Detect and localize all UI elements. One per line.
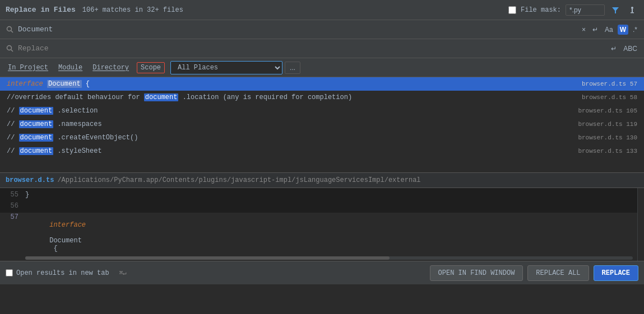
- replace-row: ↵ ABC: [0, 39, 644, 58]
- table-row[interactable]: // document .selection browser.d.ts 105: [0, 104, 644, 118]
- top-bar: Replace in Files 106+ matches in 32+ fil…: [0, 0, 644, 20]
- filepath-filename: browser.d.ts: [6, 176, 54, 184]
- scope-select-wrap: All Places ...: [170, 61, 300, 74]
- search-input[interactable]: [18, 25, 576, 34]
- scope-tab-scope[interactable]: Scope: [137, 62, 165, 73]
- table-row[interactable]: interface Document { browser.d.ts 57: [0, 77, 644, 91]
- svg-rect-2: [632, 9, 633, 12]
- svg-line-7: [11, 50, 13, 52]
- scope-tab-in-project[interactable]: In Project: [6, 63, 50, 73]
- code-line: 57 interface Document {: [0, 213, 644, 261]
- table-row[interactable]: // document .styleSheet browser.d.ts 133: [0, 144, 644, 158]
- code-line: 56: [0, 201, 644, 213]
- file-mask-checkbox[interactable]: [508, 6, 516, 14]
- scope-select[interactable]: All Places: [170, 61, 282, 74]
- replace-input[interactable]: [18, 44, 605, 53]
- scrollbar-thumb: [25, 256, 390, 260]
- whole-word-button[interactable]: W: [618, 25, 628, 35]
- filter-icon-button[interactable]: [609, 5, 622, 15]
- result-filename: browser.d.ts 105: [572, 107, 637, 114]
- enter-icon-button[interactable]: ↵: [590, 25, 600, 35]
- table-row[interactable]: // document .createEventObject() browser…: [0, 131, 644, 144]
- scope-more-button[interactable]: ...: [285, 62, 300, 74]
- table-row[interactable]: // document .namespaces browser.d.ts 119: [0, 118, 644, 131]
- open-results-text: Open results in new tab: [16, 269, 109, 277]
- line-number: 55: [0, 191, 25, 199]
- filepath-path: /Applications/PyCharm.app/Contents/plugi…: [57, 176, 420, 184]
- match-count: 106+ matches in 32+ files: [82, 6, 183, 14]
- shortcut-label: ⌘↵: [119, 269, 127, 276]
- svg-rect-3: [631, 12, 634, 13]
- scope-row: In Project Module Directory Scope All Pl…: [0, 58, 644, 77]
- replace-in-files-title: Replace in Files: [6, 6, 76, 14]
- file-mask-input[interactable]: [566, 4, 605, 16]
- line-number: 57: [0, 213, 25, 221]
- open-in-find-window-button[interactable]: OPEN IN FIND WINDOW: [430, 265, 523, 281]
- result-content: // document .selection: [7, 107, 572, 115]
- open-results-checkbox[interactable]: [6, 269, 13, 276]
- result-content: interface Document {: [7, 80, 576, 88]
- svg-point-4: [7, 27, 11, 31]
- filepath-bar: browser.d.ts /Applications/PyCharm.app/C…: [0, 172, 644, 188]
- vertical-scrollbar[interactable]: [637, 188, 644, 261]
- result-filename: browser.d.ts 119: [572, 121, 637, 128]
- code-preview: 55 } 56 57 interface Document { 58 //ove…: [0, 188, 644, 261]
- line-content: }: [25, 191, 644, 199]
- bottom-bar: Open results in new tab ⌘↵ OPEN IN FIND …: [0, 261, 644, 284]
- pin-icon-button[interactable]: [626, 5, 638, 15]
- close-search-button[interactable]: ×: [580, 25, 588, 35]
- replace-enter-button[interactable]: ↵: [609, 44, 619, 54]
- result-content: // document .createEventObject(): [7, 134, 572, 142]
- file-mask-label: File mask:: [521, 6, 561, 14]
- replace-search-icon: [4, 45, 15, 52]
- table-row[interactable]: //overrides default behaviour for docume…: [0, 91, 644, 104]
- result-filename: browser.d.ts 57: [576, 81, 637, 87]
- horizontal-scrollbar[interactable]: [25, 256, 633, 260]
- bottom-right-buttons: OPEN IN FIND WINDOW REPLACE ALL REPLACE: [430, 265, 638, 281]
- result-content: // document .namespaces: [7, 120, 572, 128]
- result-content: // document .styleSheet: [7, 147, 572, 155]
- svg-marker-0: [612, 7, 619, 13]
- replace-button[interactable]: REPLACE: [594, 265, 638, 281]
- svg-point-1: [631, 7, 633, 9]
- regex-button[interactable]: .*: [631, 25, 640, 35]
- search-row: × ↵ Aa W .*: [0, 20, 644, 39]
- results-list[interactable]: interface Document { browser.d.ts 57 //o…: [0, 77, 644, 172]
- result-filename: browser.d.ts 58: [576, 94, 637, 101]
- line-content: interface Document {: [25, 213, 644, 260]
- code-line: 55 }: [0, 190, 644, 201]
- result-filename: browser.d.ts 130: [572, 134, 637, 141]
- match-case-button[interactable]: Aa: [603, 25, 615, 35]
- replace-all-button[interactable]: REPLACE ALL: [527, 265, 589, 281]
- result-filename: browser.d.ts 133: [572, 148, 637, 154]
- svg-point-6: [7, 46, 11, 50]
- scope-tab-directory[interactable]: Directory: [90, 63, 131, 73]
- preserve-case-button[interactable]: ABC: [621, 44, 640, 54]
- svg-line-5: [11, 31, 13, 33]
- result-content: //overrides default behaviour for docume…: [7, 93, 576, 101]
- scope-tab-module[interactable]: Module: [56, 63, 85, 73]
- open-results-label[interactable]: Open results in new tab: [6, 269, 109, 277]
- search-icon: [4, 26, 15, 33]
- line-number: 56: [0, 202, 25, 210]
